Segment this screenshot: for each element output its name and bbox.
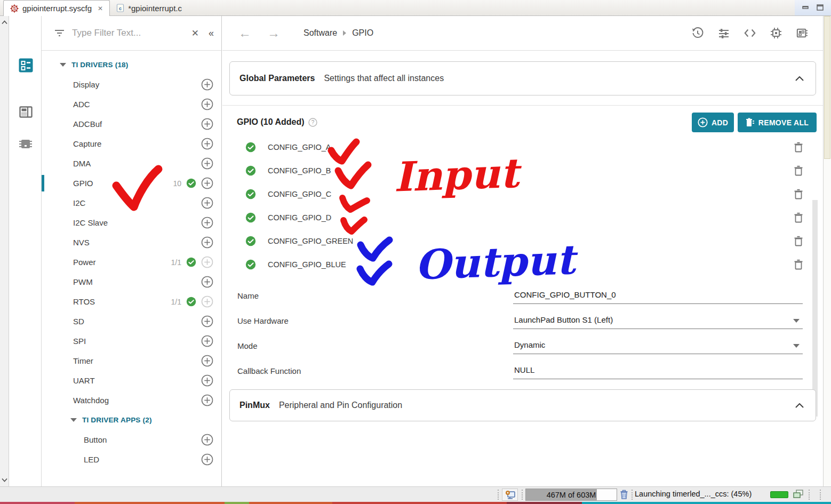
help-icon[interactable]: ? <box>308 118 317 127</box>
add-instance-button[interactable] <box>201 217 213 229</box>
tree-item[interactable]: RTOS 1/1 <box>42 292 221 311</box>
ruler-thumb[interactable] <box>824 16 830 159</box>
clear-filter-icon[interactable]: ✕ <box>191 28 199 39</box>
add-instance-button[interactable] <box>201 138 213 150</box>
field-input[interactable]: Dynamic <box>513 337 803 354</box>
tree-item[interactable]: I2C <box>42 193 221 213</box>
gpio-instance-row[interactable]: CONFIG_GPIO_GREEN <box>222 229 823 253</box>
maximize-icon[interactable] <box>817 3 824 13</box>
tree-item[interactable]: ADC <box>42 94 221 114</box>
add-instance-button[interactable] <box>201 335 213 347</box>
dropdown-arrow-icon[interactable] <box>793 344 800 348</box>
breadcrumb-parent[interactable]: Software <box>303 28 337 38</box>
config-panel-icon[interactable] <box>18 58 33 73</box>
tree-item[interactable]: ADCBuf <box>42 114 221 134</box>
collapse-panel-icon[interactable]: « <box>209 28 214 39</box>
tab-syscfg[interactable]: S gpiointerrupt.syscfg ✕ <box>3 0 110 16</box>
add-instance-button[interactable] <box>201 374 213 387</box>
tree-section-header[interactable]: TI DRIVER APPS (2) <box>42 410 221 430</box>
add-instance-button[interactable] <box>201 276 213 288</box>
code-icon[interactable] <box>744 27 756 39</box>
tree-item[interactable]: DMA <box>42 154 221 173</box>
workspace-status-icon[interactable] <box>502 489 518 501</box>
tree-item[interactable]: PWM <box>42 272 221 292</box>
svg-text:S: S <box>13 6 16 11</box>
board-icon[interactable] <box>796 27 808 39</box>
field-input[interactable]: LaunchPad Button S1 (Left) <box>513 312 803 329</box>
overview-ruler <box>823 16 831 486</box>
configured-check-icon <box>186 297 196 307</box>
gpio-section-header: GPIO (10 Added) ? <box>237 117 317 127</box>
gpio-instance-row[interactable]: CONFIG_GPIO_B <box>222 159 823 182</box>
add-instance-button[interactable] <box>201 355 213 367</box>
back-arrow-icon[interactable]: ← <box>238 26 251 41</box>
gpio-instance-row[interactable]: CONFIG_GPIO_C <box>222 182 823 206</box>
history-icon[interactable] <box>692 27 704 39</box>
tab-c-file[interactable]: c *gpiointerrupt.c <box>110 0 188 16</box>
add-instance-button[interactable] <box>201 78 213 91</box>
collapse-chevron-icon[interactable] <box>795 403 804 408</box>
tree-item[interactable]: Watchdog <box>42 390 221 410</box>
remove-all-button[interactable]: REMOVE ALL <box>738 113 817 132</box>
expand-up-icon[interactable] <box>2 20 7 25</box>
tab-close-icon[interactable]: ✕ <box>98 5 103 12</box>
delete-instance-icon[interactable] <box>794 212 803 223</box>
minimize-icon[interactable] <box>802 3 809 13</box>
tree-item[interactable]: NVS <box>42 233 221 252</box>
dropdown-arrow-icon[interactable] <box>793 319 800 323</box>
add-button[interactable]: ADD <box>692 113 734 132</box>
delete-instance-icon[interactable] <box>794 236 803 247</box>
delete-instance-icon[interactable] <box>794 189 803 200</box>
gpio-instance-row[interactable]: CONFIG_GPIO_D <box>222 206 823 229</box>
expand-down-icon[interactable] <box>2 478 7 482</box>
tree-item[interactable]: SD <box>42 311 221 331</box>
global-parameters-card[interactable]: Global Parameters Settings that affect a… <box>229 61 816 95</box>
forward-arrow-icon[interactable]: → <box>267 26 280 41</box>
tree-item-label: ADC <box>73 100 196 109</box>
add-instance-button[interactable] <box>201 394 213 406</box>
pinmux-card[interactable]: PinMux Peripheral and Pin Configuration <box>229 389 816 421</box>
tree-item[interactable]: SPI <box>42 331 221 351</box>
field-input[interactable]: CONFIG_GPIO_BUTTON_0 <box>513 287 803 304</box>
tree-item[interactable]: Timer <box>42 351 221 371</box>
add-instance-button[interactable] <box>201 434 213 446</box>
chip-icon[interactable] <box>770 27 782 39</box>
tab-label: *gpiointerrupt.c <box>128 4 182 13</box>
caret-down-icon <box>70 418 77 422</box>
svg-text:?: ? <box>311 119 314 125</box>
tree-item[interactable]: Capture <box>42 134 221 154</box>
tree-item[interactable]: Button <box>42 430 221 450</box>
tree-section-header[interactable]: TI DRIVERS (18) <box>42 55 221 75</box>
add-instance-button[interactable] <box>201 236 213 249</box>
garbage-collect-icon[interactable] <box>619 489 629 500</box>
add-instance-button[interactable] <box>201 197 213 209</box>
tree-item[interactable]: Display <box>42 75 221 94</box>
delete-instance-icon[interactable] <box>794 142 803 153</box>
delete-instance-icon[interactable] <box>794 165 803 177</box>
field-input[interactable]: NULL <box>513 362 803 379</box>
add-instance-button[interactable] <box>201 295 213 308</box>
background-jobs-icon[interactable] <box>793 490 803 499</box>
tree-item[interactable]: Power 1/1 <box>42 252 221 272</box>
add-instance-button[interactable] <box>201 157 213 170</box>
add-instance-button[interactable] <box>201 177 213 189</box>
device-view-icon[interactable] <box>18 137 33 151</box>
tree-item[interactable]: GPIO 10 <box>42 173 221 193</box>
delete-instance-icon[interactable] <box>794 259 803 270</box>
tree-item[interactable]: LED <box>42 450 221 469</box>
collapse-chevron-icon[interactable] <box>795 76 804 81</box>
gpio-instance-row[interactable]: CONFIG_GPIO_A <box>222 135 823 159</box>
tree-item[interactable]: UART <box>42 371 221 390</box>
tune-icon[interactable] <box>718 27 730 39</box>
tree-item[interactable]: I2C Slave <box>42 213 221 233</box>
add-instance-button[interactable] <box>201 118 213 130</box>
field-value: CONFIG_GPIO_BUTTON_0 <box>514 290 616 299</box>
add-instance-button[interactable] <box>201 98 213 110</box>
add-instance-button[interactable] <box>201 453 213 466</box>
board-view-icon[interactable] <box>18 105 33 119</box>
add-instance-button[interactable] <box>201 256 213 268</box>
filter-input[interactable] <box>72 28 191 38</box>
selection-bar <box>42 274 44 290</box>
gpio-instance-row[interactable]: CONFIG_GPIO_BLUE <box>222 253 823 276</box>
add-instance-button[interactable] <box>201 315 213 327</box>
